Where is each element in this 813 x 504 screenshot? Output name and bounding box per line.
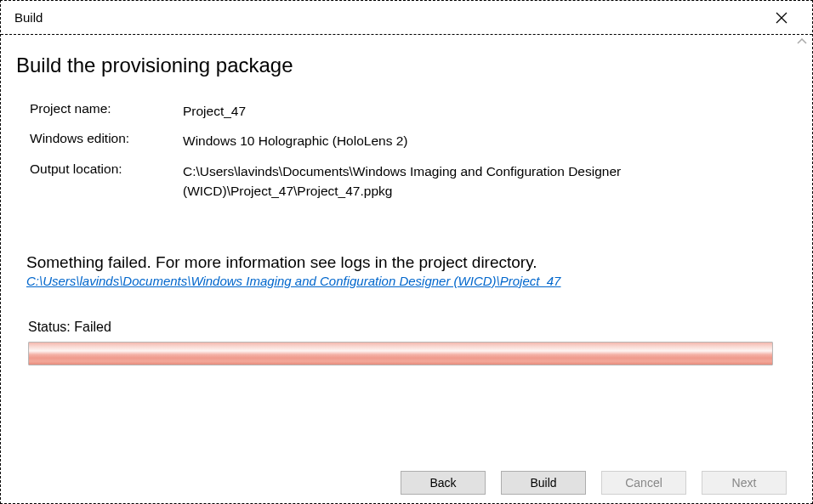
output-location-row: Output location: C:\Users\lavinds\Docume… bbox=[30, 161, 788, 201]
window-title: Build bbox=[14, 10, 43, 25]
close-icon bbox=[776, 12, 787, 24]
windows-edition-row: Windows edition: Windows 10 Holographic … bbox=[30, 131, 788, 150]
status-line: Status: Failed bbox=[28, 320, 788, 335]
project-name-label: Project name: bbox=[30, 101, 183, 116]
status-label: Status: bbox=[28, 320, 71, 334]
windows-edition-value: Windows 10 Holographic (HoloLens 2) bbox=[183, 131, 788, 150]
back-button[interactable]: Back bbox=[401, 471, 486, 495]
windows-edition-label: Windows edition: bbox=[30, 131, 183, 146]
output-location-label: Output location: bbox=[30, 161, 183, 177]
status-value: Failed bbox=[74, 320, 111, 334]
error-section: Something failed. For more information s… bbox=[16, 253, 788, 289]
build-wizard-window: Build Build the provisioning package Pro… bbox=[0, 0, 813, 504]
project-name-row: Project name: Project_47 bbox=[30, 101, 788, 121]
chevron-up-icon bbox=[797, 37, 807, 46]
title-bar: Build bbox=[1, 1, 812, 35]
wizard-button-row: Back Build Cancel Next bbox=[401, 471, 787, 495]
progress-bar bbox=[28, 342, 773, 365]
details-section: Project name: Project_47 Windows edition… bbox=[16, 101, 788, 201]
close-button[interactable] bbox=[765, 5, 799, 31]
status-section: Status: Failed bbox=[16, 320, 788, 365]
project-name-value: Project_47 bbox=[183, 101, 788, 121]
output-location-value: C:\Users\lavinds\Documents\Windows Imagi… bbox=[183, 161, 788, 201]
error-message: Something failed. For more information s… bbox=[26, 253, 788, 272]
scroll-up-chevron[interactable] bbox=[797, 37, 807, 48]
build-button[interactable]: Build bbox=[501, 471, 586, 495]
cancel-button[interactable]: Cancel bbox=[601, 471, 686, 495]
page-heading: Build the provisioning package bbox=[16, 54, 788, 77]
next-button[interactable]: Next bbox=[702, 471, 787, 495]
log-directory-link[interactable]: C:\Users\lavinds\Documents\Windows Imagi… bbox=[26, 274, 560, 288]
wizard-content: Build the provisioning package Project n… bbox=[1, 35, 812, 503]
